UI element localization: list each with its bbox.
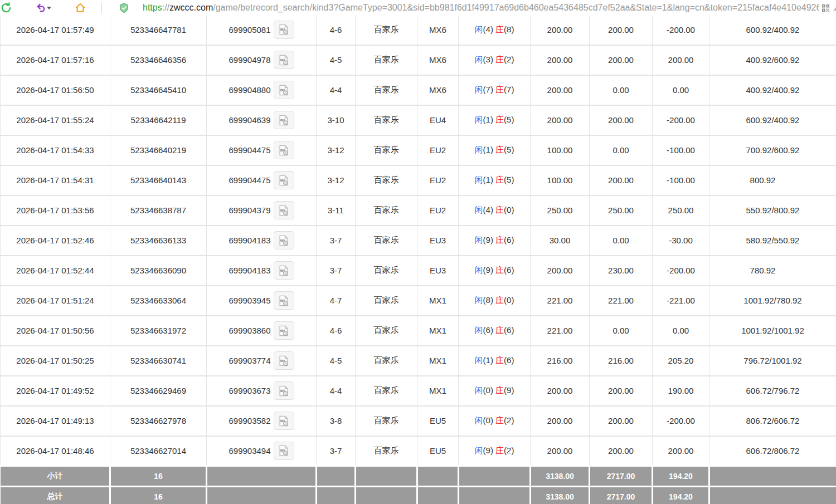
video-replay-button[interactable]	[274, 51, 294, 69]
player-label: 闲	[475, 446, 483, 455]
cell-winloss: -100.00	[653, 135, 709, 165]
video-replay-button[interactable]	[274, 81, 294, 99]
cell-bet-id: 523346646356	[110, 45, 207, 75]
cell-bet-amount: 30.00	[531, 226, 590, 256]
cell-time: 2026-04-17 01:52:46	[1, 226, 110, 256]
banker-label: 庄	[495, 55, 504, 64]
table-row: 2026-04-17 01:49:52 523346629469 6999036…	[1, 376, 836, 406]
cell-winloss: 205.20	[653, 346, 709, 376]
cell-bet-id: 523346630741	[110, 346, 207, 376]
round-id: 699903945	[229, 296, 270, 305]
cell-shoe-round: 4-5	[317, 346, 356, 376]
cell-result: 闲(1) 庄(5)	[459, 165, 531, 195]
cell-valid-amount: 230.00	[590, 256, 653, 286]
cell-balance: 796.72/1001.92	[709, 346, 836, 376]
cell-table-code: EU2	[417, 165, 459, 195]
cell-shoe-round: 4-4	[317, 75, 356, 105]
player-points: (1)	[483, 115, 493, 124]
cell-result: 闲(0) 庄(9)	[459, 376, 531, 406]
cell-table-code: EU2	[417, 195, 459, 226]
url-scheme: https	[143, 3, 162, 12]
player-label: 闲	[475, 55, 483, 64]
cell-result: 闲(6) 庄(6)	[459, 316, 531, 346]
cell-table-code: MX1	[417, 346, 459, 376]
player-points: (0)	[483, 385, 493, 395]
security-shield-icon[interactable]	[119, 3, 129, 13]
url-host: zwccc.com	[169, 3, 213, 12]
video-replay-button[interactable]	[274, 261, 294, 280]
cell-round: 699903673	[207, 376, 317, 406]
cell-bet-id: 523346627014	[110, 436, 207, 466]
video-replay-button[interactable]	[274, 141, 294, 159]
cell-shoe-round: 3-10	[317, 105, 356, 135]
table-row: 2026-04-17 01:53:56 523346638787 6999043…	[1, 195, 836, 226]
banker-label: 庄	[495, 175, 504, 184]
cell-valid-amount: 221.00	[590, 286, 653, 316]
cell-shoe-round: 4-6	[317, 316, 356, 346]
cell-bet-amount: 100.00	[531, 135, 590, 165]
video-replay-button[interactable]	[274, 381, 294, 400]
cell-game: 百家乐	[356, 165, 417, 195]
table-row: 2026-04-17 01:49:13 523346627978 6999035…	[1, 406, 836, 436]
video-replay-button[interactable]	[274, 321, 294, 340]
player-points: (9)	[483, 446, 493, 455]
total-label: 总计	[1, 487, 110, 504]
refresh-icon[interactable]	[1, 2, 12, 13]
undo-history-caret[interactable]	[47, 7, 51, 9]
player-points: (3)	[483, 55, 493, 64]
video-replay-button[interactable]	[274, 351, 294, 370]
cell-valid-amount: 250.00	[590, 195, 653, 226]
video-replay-button[interactable]	[274, 231, 294, 249]
home-icon[interactable]	[75, 2, 86, 13]
cell-time: 2026-04-17 01:48:46	[1, 436, 110, 466]
banker-label: 庄	[495, 25, 504, 34]
cell-round: 699903494	[207, 436, 317, 466]
cell-winloss: 0.00	[653, 75, 709, 105]
player-points: (7)	[483, 85, 493, 94]
undo-icon[interactable]	[35, 3, 46, 13]
cell-bet-id: 523346640219	[110, 135, 207, 165]
cell-shoe-round: 4-4	[317, 376, 356, 406]
cell-bet-id: 523346631972	[110, 316, 207, 346]
cell-game: 百家乐	[356, 135, 417, 165]
cell-valid-amount: 200.00	[590, 406, 653, 436]
round-id: 699903860	[229, 326, 270, 335]
video-replay-button[interactable]	[274, 412, 294, 430]
cell-game: 百家乐	[356, 286, 417, 316]
video-replay-button[interactable]	[274, 442, 294, 460]
video-replay-button[interactable]	[274, 21, 294, 39]
subtotal-count: 16	[110, 466, 207, 487]
banker-label: 庄	[495, 145, 504, 154]
cell-result: 闲(1) 庄(5)	[459, 105, 531, 135]
banker-points: (7)	[504, 85, 514, 94]
cell-bet-id: 523346636133	[110, 226, 207, 256]
banker-label: 庄	[495, 295, 504, 305]
qr-code-icon[interactable]	[822, 4, 830, 12]
banker-label: 庄	[495, 355, 504, 365]
cell-time: 2026-04-17 01:55:24	[1, 105, 110, 135]
cell-game: 百家乐	[356, 15, 417, 45]
cell-balance: 600.92/400.92	[709, 15, 836, 45]
table-row: 2026-04-17 01:50:25 523346630741 6999037…	[1, 346, 836, 376]
cell-winloss: 200.00	[653, 45, 709, 75]
cell-winloss: -30.00	[653, 226, 709, 256]
table-row: 2026-04-17 01:51:24 523346633064 6999039…	[1, 286, 836, 316]
cell-table-code: EU2	[417, 135, 459, 165]
cell-bet-id: 523346647781	[110, 15, 207, 45]
total-valid: 2717.00	[590, 487, 653, 504]
cell-winloss: 250.00	[653, 195, 709, 226]
player-label: 闲	[475, 115, 483, 124]
player-label: 闲	[475, 325, 483, 335]
video-replay-button[interactable]	[274, 201, 294, 219]
cell-game: 百家乐	[356, 226, 417, 256]
cell-result: 闲(4) 庄(0)	[459, 195, 531, 226]
video-replay-button[interactable]	[274, 111, 294, 129]
address-bar[interactable]: https://zwccc.com/game/betrecord_search/…	[143, 3, 819, 13]
video-replay-button[interactable]	[274, 171, 294, 189]
cell-table-code: MX1	[417, 376, 459, 406]
cell-table-code: MX1	[417, 316, 459, 346]
video-replay-button[interactable]	[274, 291, 294, 310]
clipped-edge-icon	[833, 5, 836, 11]
cell-shoe-round: 3-8	[317, 406, 356, 436]
round-id: 699904880	[229, 85, 270, 95]
